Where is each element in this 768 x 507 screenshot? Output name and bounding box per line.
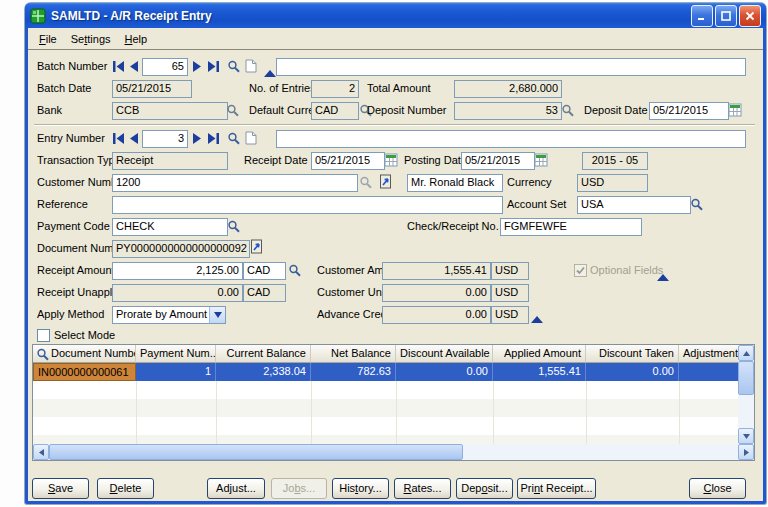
entry-finder-icon[interactable] xyxy=(227,132,240,145)
grid-header-payment-number[interactable]: Payment Num... xyxy=(136,345,216,363)
deposit-number-label: Deposit Number xyxy=(367,104,446,116)
print-receipt-button[interactable]: Print Receipt... xyxy=(517,478,596,499)
batch-number-input[interactable]: 65 xyxy=(142,58,188,76)
entry-first-icon[interactable] xyxy=(112,133,125,144)
grid-header-adjustment[interactable]: Adjustment xyxy=(679,345,738,363)
close-action-button[interactable]: Close xyxy=(689,478,746,499)
grid-horizontal-scrollbar[interactable] xyxy=(33,444,754,460)
account-set-input[interactable]: USA xyxy=(577,196,691,214)
title-bar[interactable]: SAMLTD - A/R Receipt Entry xyxy=(25,3,766,28)
scroll-up-icon[interactable] xyxy=(738,345,754,361)
deposit-number-finder-icon[interactable] xyxy=(561,104,574,117)
grid-cell-adjustment[interactable] xyxy=(679,363,738,381)
grid-column-separator xyxy=(679,381,680,444)
payment-code-label: Payment Code xyxy=(37,220,110,232)
apply-method-dropdown-icon[interactable] xyxy=(209,307,225,323)
rates-button[interactable]: Rates... xyxy=(394,478,451,499)
entry-number-input[interactable]: 3 xyxy=(142,130,188,148)
optional-fields-checkbox xyxy=(574,264,587,277)
customer-name-field: Mr. Ronald Black xyxy=(407,174,503,192)
customer-finder-icon[interactable] xyxy=(359,176,372,189)
grid-cell-document-number[interactable]: IN0000000000061 xyxy=(33,363,136,381)
batch-next-icon[interactable] xyxy=(192,61,203,72)
select-mode-checkbox[interactable] xyxy=(37,329,50,342)
maximize-button[interactable] xyxy=(715,5,737,27)
entry-previous-icon[interactable] xyxy=(128,133,139,144)
entry-description-input[interactable] xyxy=(276,130,746,148)
total-amount-field: 2,680.000 xyxy=(454,80,562,98)
advance-credit-currency-field: USD xyxy=(491,306,529,324)
grid-cell-applied-amount[interactable]: 1,555.41 xyxy=(493,363,586,381)
batch-previous-icon[interactable] xyxy=(128,61,139,72)
grid-column-separator xyxy=(136,381,137,444)
horizontal-scroll-thumb[interactable] xyxy=(49,444,463,460)
menu-settings[interactable]: Settings xyxy=(64,30,118,48)
entry-last-icon[interactable] xyxy=(207,133,220,144)
vertical-scroll-thumb[interactable] xyxy=(738,361,754,395)
empty-grid-row xyxy=(33,435,738,444)
deposit-date-input[interactable]: 05/21/2015 xyxy=(649,102,729,120)
document-drilldown-icon[interactable] xyxy=(250,239,263,254)
window-body: File Settings Help Batch Number 65 Batch… xyxy=(28,28,763,501)
batch-last-icon[interactable] xyxy=(207,61,220,72)
entry-next-icon[interactable] xyxy=(192,133,203,144)
apply-method-select[interactable]: Prorate by Amount xyxy=(112,306,226,324)
grid-header-net-balance[interactable]: Net Balance xyxy=(311,345,396,363)
customer-drilldown-icon[interactable] xyxy=(379,174,392,189)
customer-amount-field: 1,555.41 xyxy=(382,262,491,280)
save-button[interactable]: Save xyxy=(32,478,89,499)
grid-cell-net-balance[interactable]: 782.63 xyxy=(311,363,396,381)
grid-cell-discount-taken[interactable]: 0.00 xyxy=(586,363,679,381)
grid-header-discount-available[interactable]: Discount Available xyxy=(396,345,493,363)
deposit-date-calendar-icon[interactable] xyxy=(728,103,742,117)
receipt-date-calendar-icon[interactable] xyxy=(384,153,398,167)
menu-file-label: File xyxy=(39,33,57,45)
entry-new-icon[interactable] xyxy=(245,131,257,145)
adjust-button[interactable]: Adjust... xyxy=(207,478,265,499)
advance-credit-field: 0.00 xyxy=(382,306,491,324)
posting-date-input[interactable]: 05/21/2015 xyxy=(461,152,535,170)
receipt-amount-finder-icon[interactable] xyxy=(288,264,301,277)
batch-number-label: Batch Number xyxy=(37,60,107,72)
receipt-amount-input[interactable]: 2,125.00 xyxy=(112,262,243,280)
close-button[interactable] xyxy=(739,5,761,27)
batch-first-icon[interactable] xyxy=(112,61,125,72)
payment-code-finder-icon[interactable] xyxy=(227,220,240,233)
detail-grid: Document Number Payment Num... Current B… xyxy=(32,344,755,461)
grid-header-current-balance[interactable]: Current Balance xyxy=(216,345,311,363)
check-receipt-no-input[interactable]: FGMFEWFE xyxy=(500,218,642,236)
grid-cell-current-balance[interactable]: 2,338.04 xyxy=(216,363,311,381)
transaction-type-field: Receipt xyxy=(112,152,228,170)
grid-column-separator xyxy=(311,381,312,444)
reference-input[interactable] xyxy=(112,196,503,214)
customer-number-input[interactable]: 1200 xyxy=(112,174,358,192)
receipt-date-input[interactable]: 05/21/2015 xyxy=(311,152,385,170)
grid-header-discount-taken[interactable]: Discount Taken xyxy=(586,345,679,363)
batch-description-input[interactable] xyxy=(276,58,746,76)
bank-finder-icon[interactable] xyxy=(226,104,239,117)
minimize-button[interactable] xyxy=(691,5,713,27)
deposit-button[interactable]: Deposit... xyxy=(456,478,513,499)
grid-cell-payment-number[interactable]: 1 xyxy=(136,363,216,381)
app-icon xyxy=(30,8,46,24)
account-set-finder-icon[interactable] xyxy=(690,198,703,211)
form-area: Batch Number 65 Batch Date 05/21/2015 No… xyxy=(28,50,763,501)
history-button[interactable]: History... xyxy=(332,478,389,499)
total-amount-label: Total Amount xyxy=(367,82,431,94)
scroll-left-icon[interactable] xyxy=(33,444,49,460)
grid-header-applied-amount[interactable]: Applied Amount xyxy=(493,345,586,363)
menu-settings-label: Settings xyxy=(71,33,111,45)
scroll-down-icon[interactable] xyxy=(738,428,754,444)
menu-help[interactable]: Help xyxy=(118,30,155,48)
posting-date-calendar-icon[interactable] xyxy=(534,153,548,167)
payment-code-input[interactable]: CHECK xyxy=(112,218,228,236)
batch-finder-icon[interactable] xyxy=(227,60,240,73)
grid-vertical-scrollbar[interactable] xyxy=(738,345,754,444)
document-number-field: PY0000000000000000092 xyxy=(112,240,250,258)
scroll-right-icon[interactable] xyxy=(738,444,754,460)
batch-new-icon[interactable] xyxy=(245,59,257,73)
menu-file[interactable]: File xyxy=(32,30,64,48)
grid-cell-discount-available[interactable]: 0.00 xyxy=(396,363,493,381)
grid-finder-icon[interactable] xyxy=(36,348,49,361)
delete-button[interactable]: Delete xyxy=(97,478,154,499)
